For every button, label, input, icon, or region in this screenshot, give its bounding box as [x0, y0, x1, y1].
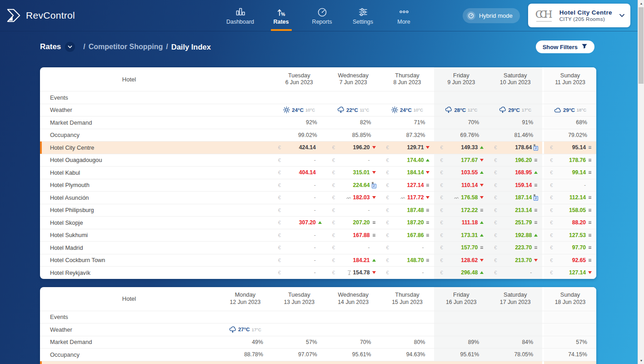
hotel-row[interactable]: Hotel Philipsburg€-€-€187.48€172.22€213.… [40, 204, 596, 217]
rate-cell[interactable]: €- [272, 204, 326, 217]
nav-item-settings[interactable]: Settings [349, 0, 378, 31]
rate-cell[interactable]: €178.76 [542, 154, 596, 167]
hotel-selector[interactable]: CCH Hotel City Centre CITY (205 Rooms) [528, 4, 630, 27]
hotel-row[interactable]: Hotel Plymouth€-€224.642€127.14€110.14€1… [40, 179, 596, 192]
rate-cell[interactable]: €129.71 [380, 142, 434, 154]
rate-cell[interactable] [434, 361, 488, 364]
rate-cell[interactable]: €158.05 [542, 204, 596, 217]
rate-cell[interactable]: €187.142 [488, 192, 542, 204]
rate-cell[interactable]: €95.14 [542, 142, 596, 154]
hotel-row[interactable]: Hotel Sukhumi€-€167.88€167.86€173.31€192… [40, 229, 596, 242]
rate-cell[interactable]: €196.20 [326, 142, 380, 154]
scrollbar-up-button[interactable]: ▲ [638, 0, 644, 7]
show-filters-button[interactable]: Show Filters [536, 40, 594, 53]
vertical-scrollbar[interactable]: ▲ ▼ [638, 0, 644, 364]
breadcrumb-rates[interactable]: Rates [40, 42, 61, 51]
rate-cell[interactable]: €187.20 [380, 217, 434, 229]
scrollbar-down-button[interactable]: ▼ [638, 357, 644, 364]
rate-cell[interactable]: €178.642 [488, 142, 542, 154]
rate-cell[interactable]: €- [380, 242, 434, 254]
rate-cell[interactable]: €296.48 [434, 267, 488, 279]
scrollbar-thumb[interactable] [639, 7, 644, 84]
rate-cell[interactable]: €157.70 [434, 242, 488, 254]
rate-cell[interactable]: €184.14 [380, 167, 434, 179]
rate-cell[interactable]: €167.86 [380, 229, 434, 242]
rate-cell[interactable]: €187.48 [380, 204, 434, 217]
rate-cell[interactable]: €176.58 [434, 192, 488, 204]
rate-cell[interactable]: €307.20 [272, 217, 326, 229]
hotel-row[interactable]: Hotel Madrid€-€-€-€157.70€223.70€97.70 [40, 241, 596, 254]
rate-cell[interactable]: €127.53 [542, 229, 596, 242]
rate-cell[interactable]: €111.18 [434, 217, 488, 229]
rate-cell[interactable]: €128.62 [434, 254, 488, 267]
rate-cell[interactable]: €112.14 [542, 192, 596, 204]
rate-cell[interactable]: €- [272, 242, 326, 254]
rate-cell[interactable]: €404.14 [272, 167, 326, 179]
rate-cell[interactable]: €168.95 [488, 167, 542, 179]
rate-cell[interactable]: €172.22 [434, 204, 488, 217]
rate-cell[interactable] [218, 361, 272, 364]
hotel-row[interactable]: Hotel Kabul€404.14€315.01€184.14€103.55€… [40, 166, 596, 179]
rate-cell[interactable]: €424.14 [272, 142, 326, 154]
rate-cell[interactable]: €174.40 [380, 154, 434, 167]
rate-cell[interactable]: €182.03 [326, 192, 380, 204]
rate-cell[interactable]: €- [326, 242, 380, 254]
rate-cell[interactable]: €173.31 [434, 229, 488, 242]
rate-cell[interactable] [380, 361, 434, 364]
rate-cell[interactable]: €148.70 [380, 254, 434, 267]
rate-cell[interactable]: €- [272, 179, 326, 192]
nav-item-dashboard[interactable]: Dashboard [226, 0, 255, 31]
rate-cell[interactable]: €99.14 [542, 167, 596, 179]
rates-menu-chevron[interactable] [65, 42, 75, 52]
rate-cell[interactable] [272, 361, 326, 364]
hotel-row[interactable]: Hotel Cockburn Town€-€184.21€148.70€128.… [40, 254, 596, 267]
rate-cell[interactable]: €127.14 [542, 267, 596, 279]
hotel-row[interactable]: Hotel Asunción€-€182.03€117.72€176.58€18… [40, 191, 596, 204]
nav-item-rates[interactable]: % Rates [267, 0, 296, 31]
rate-cell[interactable]: €196.20 [488, 154, 542, 167]
rate-cell[interactable]: €149.33 [434, 142, 488, 154]
rate-cell[interactable]: €- [488, 267, 542, 279]
rate-cell[interactable]: €167.88 [326, 229, 380, 242]
hotel-row[interactable]: Hotel Skopje€307.20€207.20€187.20€111.18… [40, 216, 596, 229]
own-hotel-row[interactable]: Hotel City Centre [40, 361, 596, 364]
rate-cell[interactable]: €213.70 [488, 254, 542, 267]
rate-cell[interactable]: €110.14 [434, 179, 488, 192]
rate-cell[interactable]: €- [380, 267, 434, 279]
rate-cell[interactable]: €184.21 [326, 254, 380, 267]
rate-cell[interactable]: €192.88 [488, 229, 542, 242]
rate-cell[interactable] [488, 361, 542, 364]
rate-cell[interactable]: €224.642 [326, 179, 380, 192]
nav-item-more[interactable]: More [389, 0, 419, 31]
rate-cell[interactable]: €- [272, 192, 326, 204]
rate-cell[interactable]: €- [272, 254, 326, 267]
rate-cell[interactable]: €159.14 [488, 179, 542, 192]
rate-cell[interactable]: €103.55 [434, 167, 488, 179]
rate-cell[interactable]: €154.78 [326, 267, 380, 279]
rate-cell[interactable]: €223.70 [488, 242, 542, 254]
rate-cell[interactable]: €- [542, 179, 596, 192]
breadcrumb-competitor-shopping[interactable]: Competitor Shopping [89, 43, 163, 51]
rate-cell[interactable]: €- [272, 154, 326, 167]
rate-cell[interactable]: €- [326, 154, 380, 167]
rate-cell[interactable] [326, 361, 380, 364]
revcontrol-logo[interactable]: RevControl [6, 8, 75, 23]
own-hotel-row[interactable]: Hotel City Centre€424.14€196.20€129.71€1… [40, 141, 596, 154]
rate-cell[interactable]: €127.14 [380, 179, 434, 192]
rate-cell[interactable] [542, 361, 596, 364]
rate-cell[interactable]: €- [272, 267, 326, 279]
rate-cell[interactable]: €- [326, 204, 380, 217]
rate-cell[interactable]: €251.79 [488, 217, 542, 229]
rate-cell[interactable]: €117.72 [380, 192, 434, 204]
rate-cell[interactable]: €213.14 [488, 204, 542, 217]
rate-cell[interactable]: €92.65 [542, 254, 596, 267]
rate-cell[interactable]: €- [272, 229, 326, 242]
nav-item-reports[interactable]: Reports [308, 0, 337, 31]
rate-cell[interactable]: €177.67 [434, 154, 488, 167]
hotel-row[interactable]: Hotel Reykjavík€-€154.78€-€296.48€-€127.… [40, 266, 596, 279]
hotel-row[interactable]: Hotel Ouagadougou€-€-€174.40€177.67€196.… [40, 154, 596, 167]
rate-cell[interactable]: €207.20 [326, 217, 380, 229]
rate-cell[interactable]: €315.01 [326, 167, 380, 179]
hybrid-mode-button[interactable]: Hybrid mode [463, 8, 520, 23]
rate-cell[interactable]: €88.20 [542, 217, 596, 229]
